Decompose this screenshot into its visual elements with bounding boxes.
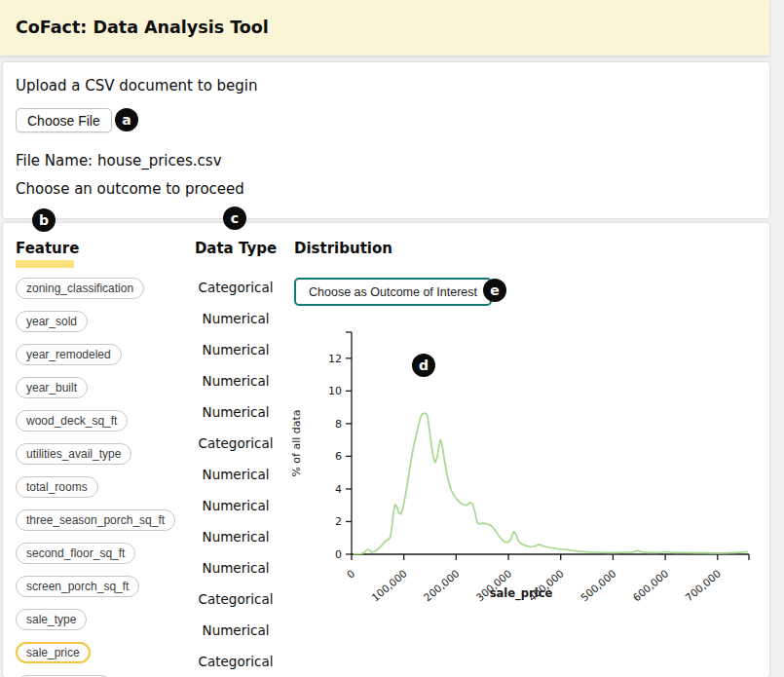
svg-text:0: 0: [344, 567, 356, 580]
annotation-badge-c: c: [223, 207, 246, 230]
sale-price-histogram-svg: 0246810120100,000200,000300,000400,00050…: [287, 323, 771, 608]
distribution-line: [355, 413, 748, 554]
annotation-badge-b: b: [32, 208, 56, 232]
svg-text:600,000: 600,000: [630, 567, 670, 603]
svg-text:4: 4: [335, 483, 342, 496]
data-type-value-year_built: Numerical: [187, 365, 284, 396]
feature-pill-wood_deck_sq_ft[interactable]: wood_deck_sq_ft: [16, 410, 128, 432]
data-type-value-second_floor_sq_ft: Numerical: [187, 521, 284, 552]
upload-section: Upload a CSV document to begin Choose Fi…: [3, 62, 769, 218]
feature-pill-zoning_classification[interactable]: zoning_classification: [16, 278, 144, 299]
data-type-column-header: Data Type: [187, 240, 284, 257]
feature-pill-screen_porch_sq_ft[interactable]: screen_porch_sq_ft: [16, 576, 139, 597]
data-type-value-wood_deck_sq_ft: Numerical: [187, 396, 284, 428]
svg-text:100,000: 100,000: [369, 567, 409, 603]
choose-file-button[interactable]: Choose File: [16, 108, 112, 132]
data-type-value-utilities_avail_type: Categorical: [187, 428, 284, 459]
data-type-value-three_season_porch_sq_ft: Numerical: [187, 490, 284, 521]
svg-text:200,000: 200,000: [422, 567, 462, 603]
feature-pill-sale_price[interactable]: sale_price: [16, 642, 91, 663]
feature-column-header: Feature: [16, 240, 79, 257]
data-type-value-zoning_classification: Categorical: [187, 272, 284, 303]
data-type-value-sale_price: Numerical: [187, 615, 284, 646]
feature-pill-sale_type[interactable]: sale_type: [16, 609, 87, 630]
page: { "header": { "title": "CoFact: Data Ana…: [0, 0, 784, 677]
file-name-text: File Name: house_prices.csv: [16, 152, 222, 169]
feature-table-section: Feature zoning_classificationyear_soldye…: [3, 223, 769, 677]
outcome-prompt: Choose an outcome to proceed: [16, 180, 244, 198]
svg-text:2: 2: [335, 515, 342, 528]
data-type-list: CategoricalNumericalNumericalNumericalNu…: [187, 272, 284, 677]
upload-prompt: Upload a CSV document to begin: [16, 77, 258, 94]
svg-text:700,000: 700,000: [683, 567, 723, 603]
svg-text:6: 6: [335, 450, 342, 463]
x-axis-label: sale_price: [490, 586, 553, 601]
data-type-value-year_sold: Numerical: [187, 303, 284, 334]
svg-text:8: 8: [335, 418, 342, 431]
data-type-value-sale_condition: Categorical: [187, 646, 284, 677]
svg-text:12: 12: [328, 353, 342, 365]
feature-pill-year_remodeled[interactable]: year_remodeled: [16, 344, 122, 365]
page-title: CoFact: Data Analysis Tool: [0, 0, 769, 56]
feature-pill-second_floor_sq_ft[interactable]: second_floor_sq_ft: [16, 543, 135, 564]
feature-list: zoning_classificationyear_soldyear_remod…: [16, 278, 175, 677]
feature-pill-three_season_porch_sq_ft[interactable]: three_season_porch_sq_ft: [16, 509, 175, 531]
choose-outcome-button[interactable]: Choose as Outcome of Interest: [294, 278, 492, 306]
annotation-badge-d: d: [412, 354, 435, 377]
svg-text:500,000: 500,000: [579, 567, 618, 603]
feature-pill-utilities_avail_type[interactable]: utilities_avail_type: [16, 443, 131, 465]
feature-pill-total_rooms[interactable]: total_rooms: [16, 476, 98, 498]
data-type-value-year_remodeled: Numerical: [187, 334, 284, 365]
data-type-value-screen_porch_sq_ft: Numerical: [187, 552, 284, 583]
data-type-value-total_rooms: Numerical: [187, 459, 284, 490]
feature-pill-year_sold[interactable]: year_sold: [16, 311, 88, 332]
annotation-badge-e: e: [483, 279, 506, 302]
chart-axes: [346, 332, 749, 560]
distribution-column-header: Distribution: [294, 240, 392, 257]
feature-heading-underline: [16, 260, 74, 268]
app-header: CoFact: Data Analysis Tool: [0, 0, 769, 56]
svg-text:0: 0: [335, 548, 342, 561]
annotation-badge-a: a: [115, 108, 138, 132]
data-type-value-sale_type: Categorical: [187, 583, 284, 615]
y-tick-labels: 024681012: [328, 353, 342, 561]
feature-pill-year_built[interactable]: year_built: [16, 377, 88, 398]
svg-text:10: 10: [328, 385, 342, 397]
distribution-chart: 0246810120100,000200,000300,000400,00050…: [287, 323, 771, 608]
y-axis-label: % of all data: [290, 409, 303, 476]
